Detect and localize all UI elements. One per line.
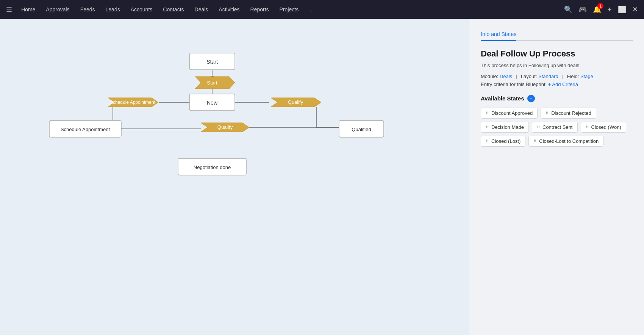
- svg-text:Qualified: Qualified: [352, 127, 371, 132]
- panel-title: Deal Follow Up Process: [481, 49, 633, 59]
- search-icon[interactable]: 🔍: [564, 5, 572, 14]
- state-tag-decision-made[interactable]: ⠿ Decision Made: [481, 122, 529, 133]
- svg-text:Qualify: Qualify: [217, 124, 233, 130]
- state-tag-discount-rejected[interactable]: ⠿ Discount Rejected: [541, 108, 596, 119]
- state-tag-contract-sent[interactable]: ⠿ Contract Sent: [532, 122, 578, 133]
- close-icon[interactable]: ✕: [632, 5, 638, 14]
- nav-approvals[interactable]: Approvals: [41, 4, 74, 15]
- drag-icon: ⠿: [486, 138, 489, 144]
- drag-icon: ⠿: [486, 110, 489, 116]
- available-states-header: Available States +: [481, 95, 633, 102]
- state-tags-container: ⠿ Discount Approved ⠿ Discount Rejected …: [481, 108, 633, 147]
- add-state-button[interactable]: +: [527, 95, 535, 102]
- meta-separator-2: |: [562, 74, 563, 79]
- state-tag-closed-won[interactable]: ⠿ Closed (Won): [581, 122, 626, 133]
- nav-activities[interactable]: Activities: [214, 4, 244, 15]
- nav-icon-group: 🔍 🎮 🔔 1 + ⬜ ✕: [564, 5, 638, 14]
- state-tag-label: Decision Made: [491, 124, 524, 130]
- field-value: Stage: [580, 74, 593, 79]
- meta-separator-1: |: [516, 74, 517, 79]
- available-states-title: Available States: [481, 95, 524, 102]
- svg-text:Qualify: Qualify: [288, 99, 303, 105]
- drag-icon: ⠿: [537, 124, 540, 130]
- nav-home[interactable]: Home: [17, 4, 40, 15]
- state-tag-label: Closed-Lost to Competition: [539, 138, 599, 144]
- svg-text:New: New: [207, 100, 218, 106]
- nav-deals[interactable]: Deals: [190, 4, 213, 15]
- entry-criteria-row: Entry criteria for this Blueprint: + Add…: [481, 81, 633, 87]
- svg-text:Schedule Appointment: Schedule Appointment: [61, 127, 110, 132]
- state-tag-label: Closed (Lost): [491, 138, 521, 144]
- svg-text:Negotiation done: Negotiation done: [194, 164, 231, 170]
- module-value-link[interactable]: Deals: [500, 74, 512, 79]
- top-navigation: ☰ Home Approvals Feeds Leads Accounts Co…: [0, 0, 644, 19]
- state-tag-label: Closed (Won): [591, 124, 621, 130]
- tab-info-and-states[interactable]: Info and States: [481, 28, 516, 41]
- canvas-area[interactable]: Start Start New Schedule Appointment: [0, 19, 470, 335]
- drag-icon: ⠿: [486, 124, 489, 130]
- module-label: Module:: [481, 74, 498, 79]
- nav-more[interactable]: ...: [305, 4, 318, 15]
- flowchart: Start Start New Schedule Appointment: [0, 19, 470, 335]
- nav-leads[interactable]: Leads: [101, 4, 125, 15]
- layout-value: Standard: [538, 74, 558, 79]
- notification-badge: 1: [597, 3, 603, 9]
- state-tag-label: Discount Rejected: [551, 110, 591, 116]
- layout-label: Layout:: [521, 74, 537, 79]
- nav-contacts[interactable]: Contacts: [158, 4, 188, 15]
- drag-icon: ⠿: [533, 138, 537, 144]
- add-criteria-link[interactable]: + Add Criteria: [548, 81, 578, 87]
- field-label: Field:: [567, 74, 579, 79]
- state-tag-closed-lost[interactable]: ⠿ Closed (Lost): [481, 136, 525, 147]
- svg-text:Start: Start: [207, 80, 217, 86]
- right-panel: Info and States Deal Follow Up Process T…: [470, 19, 644, 335]
- state-tag-discount-approved[interactable]: ⠿ Discount Approved: [481, 108, 538, 119]
- panel-tabs: Info and States: [481, 28, 633, 41]
- state-tag-closed-lost-competition[interactable]: ⠿ Closed-Lost to Competition: [528, 136, 603, 147]
- nav-reports[interactable]: Reports: [246, 4, 274, 15]
- main-layout: Start Start New Schedule Appointment: [0, 19, 644, 335]
- state-tag-label: Discount Approved: [491, 110, 533, 116]
- nav-accounts[interactable]: Accounts: [126, 4, 157, 15]
- nav-projects[interactable]: Projects: [275, 4, 303, 15]
- nav-feeds[interactable]: Feeds: [76, 4, 100, 15]
- menu-icon[interactable]: ☰: [6, 5, 12, 14]
- add-icon[interactable]: +: [607, 5, 612, 14]
- panel-description: This process helps in Following up with …: [481, 63, 633, 68]
- drag-icon: ⠿: [586, 124, 589, 130]
- drag-icon: ⠿: [546, 110, 549, 116]
- gamepad-icon[interactable]: 🎮: [578, 5, 587, 14]
- bell-icon[interactable]: 🔔 1: [593, 5, 601, 14]
- state-tag-label: Contract Sent: [542, 124, 573, 130]
- entry-criteria-label: Entry criteria for this Blueprint:: [481, 81, 547, 87]
- svg-text:Start: Start: [206, 59, 218, 65]
- screen-icon[interactable]: ⬜: [618, 5, 626, 14]
- panel-meta-module: Module: Deals | Layout: Standard | Field…: [481, 74, 633, 79]
- svg-text:Schedule Appointment: Schedule Appointment: [110, 100, 156, 105]
